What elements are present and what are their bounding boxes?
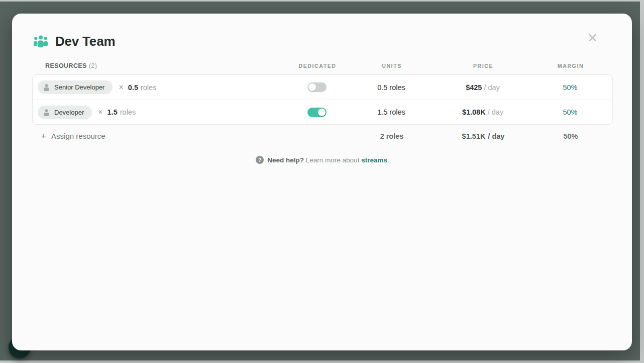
dedicated-cell — [282, 82, 352, 92]
column-header-margin: MARGIN — [535, 63, 606, 69]
margin-cell: 50% — [535, 108, 605, 116]
resource-name: Developer — [54, 109, 84, 116]
units-cell: 1.5 roles — [352, 108, 431, 116]
dedicated-toggle[interactable] — [307, 108, 327, 117]
help-period: . — [387, 156, 389, 164]
close-icon[interactable]: ✕ — [587, 32, 598, 44]
dedicated-toggle[interactable] — [307, 82, 327, 92]
help-bold-text: Need help? — [267, 156, 304, 164]
assign-resource-cell: + Assign resource — [37, 131, 282, 141]
price-suffix: / day — [488, 108, 503, 116]
total-price-value: $1.51K — [462, 132, 486, 140]
multiplier-unit: roles — [141, 83, 156, 92]
resources-label: RESOURCES(2) — [45, 62, 282, 69]
dev-team-modal: Dev Team ✕ RESOURCES(2) DEDICATED UNITS … — [12, 14, 632, 350]
toggle-knob — [308, 83, 316, 91]
question-mark-icon[interactable]: ? — [256, 156, 264, 164]
price-cell: $1.08K/ day — [431, 108, 535, 117]
column-header-dedicated: DEDICATED — [282, 63, 353, 69]
column-header-units: UNITS — [353, 63, 431, 69]
price-cell: $425/ day — [431, 83, 535, 92]
resource-row: Developer × 1.5 roles 1.5 roles $1.08K/ … — [33, 100, 612, 124]
resources-title: RESOURCES — [45, 62, 87, 69]
dedicated-cell — [282, 107, 352, 117]
multiply-icon: × — [119, 83, 123, 92]
multiplier-value[interactable]: 1.5 — [108, 108, 118, 116]
resources-card: Senior Developer × 0.5 roles 0.5 roles $… — [32, 74, 613, 125]
resource-name: Senior Developer — [54, 83, 104, 91]
plus-icon: + — [41, 131, 46, 141]
toggle-knob — [318, 109, 326, 116]
resource-chip[interactable]: Developer — [38, 106, 92, 119]
person-icon — [43, 83, 50, 91]
assign-resource-button[interactable]: + Assign resource — [37, 131, 105, 141]
total-margin: 50% — [535, 132, 606, 140]
total-price-suffix: / day — [488, 132, 504, 140]
units-cell: 0.5 roles — [352, 83, 431, 92]
totals-row: + Assign resource 2 roles $1.51K/ day 50… — [32, 125, 613, 148]
person-icon — [43, 109, 50, 116]
team-group-icon — [33, 35, 48, 49]
resources-count: (2) — [89, 62, 97, 69]
modal-header: Dev Team ✕ — [33, 34, 613, 49]
multiplier-value[interactable]: 0.5 — [128, 83, 138, 92]
resource-row-left: Senior Developer × 0.5 roles — [38, 80, 282, 94]
margin-cell: 50% — [535, 83, 605, 92]
price-value: $425 — [466, 83, 482, 92]
resource-row: Senior Developer × 0.5 roles 0.5 roles $… — [33, 75, 612, 100]
modal-title: Dev Team — [55, 34, 115, 49]
resource-row-left: Developer × 1.5 roles — [38, 106, 282, 119]
table-header-row: RESOURCES(2) DEDICATED UNITS PRICE MARGI… — [32, 62, 613, 74]
assign-resource-label: Assign resource — [51, 132, 105, 140]
resource-chip[interactable]: Senior Developer — [38, 80, 113, 94]
total-units: 2 roles — [353, 132, 431, 140]
column-header-price: PRICE — [431, 63, 535, 69]
help-line: ? Need help? Learn more about streams. — [32, 156, 613, 164]
help-text: Need help? Learn more about streams. — [267, 156, 389, 164]
help-regular-text: Learn more about — [306, 156, 360, 164]
price-suffix: / day — [484, 83, 499, 92]
price-value: $1.08K — [462, 108, 486, 116]
total-price-cell: $1.51K/ day — [431, 132, 535, 141]
multiplier-unit: roles — [120, 108, 136, 116]
streams-link[interactable]: streams — [361, 156, 387, 164]
multiply-icon: × — [98, 108, 102, 117]
